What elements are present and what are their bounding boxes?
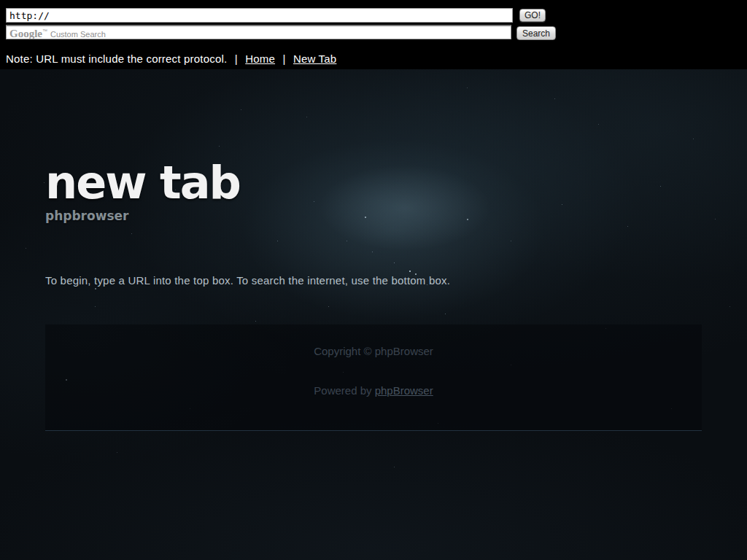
instructions-text: To begin, type a URL into the top box. T…: [45, 274, 702, 287]
hero-section: new tab phpbrowser: [45, 69, 702, 223]
google-search-input[interactable]: [6, 25, 511, 39]
note-text: Note: URL must include the correct proto…: [6, 52, 227, 65]
url-row: GO!: [6, 8, 741, 23]
search-row: Google™Custom Search Search: [6, 25, 741, 40]
content-container: new tab phpbrowser To begin, type a URL …: [45, 69, 702, 431]
note-bar: Note: URL must include the correct proto…: [6, 52, 741, 65]
footer: Copyright © phpBrowser Powered by phpBro…: [45, 324, 702, 431]
browser-chrome: GO! Google™Custom Search Search Note: UR…: [0, 0, 747, 69]
powered-by-link[interactable]: phpBrowser: [375, 384, 433, 397]
search-button[interactable]: Search: [516, 26, 556, 40]
home-link[interactable]: Home: [245, 52, 275, 65]
url-input[interactable]: [6, 8, 513, 23]
bright-stars-decoration: [0, 69, 1, 71]
note-separator: |: [282, 52, 285, 65]
google-search-wrap: Google™Custom Search: [6, 25, 511, 39]
copyright-text: Copyright © phpBrowser: [45, 324, 702, 357]
note-separator: |: [235, 52, 238, 65]
new-tab-link[interactable]: New Tab: [293, 52, 337, 65]
page-subtitle: phpbrowser: [45, 209, 702, 223]
go-button[interactable]: GO!: [519, 9, 546, 22]
powered-by-prefix: Powered by: [314, 384, 374, 397]
page-background: new tab phpbrowser To begin, type a URL …: [0, 69, 747, 560]
page-title: new tab: [45, 160, 702, 206]
powered-by-text: Powered by phpBrowser: [45, 384, 702, 397]
